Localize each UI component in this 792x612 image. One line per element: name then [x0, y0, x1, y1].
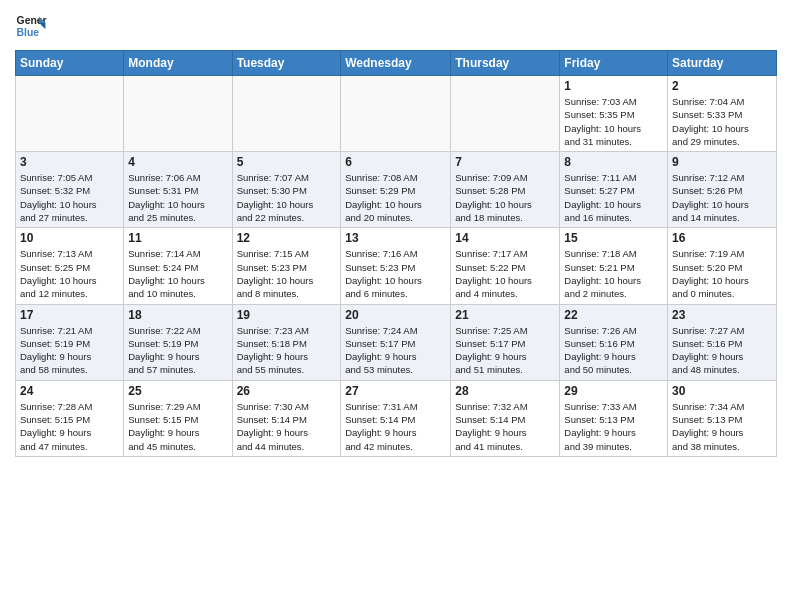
weekday-header-row: SundayMondayTuesdayWednesdayThursdayFrid…	[16, 51, 777, 76]
calendar-cell: 15Sunrise: 7:18 AM Sunset: 5:21 PM Dayli…	[560, 228, 668, 304]
calendar-cell: 24Sunrise: 7:28 AM Sunset: 5:15 PM Dayli…	[16, 380, 124, 456]
day-number: 13	[345, 231, 446, 245]
day-info: Sunrise: 7:21 AM Sunset: 5:19 PM Dayligh…	[20, 324, 119, 377]
day-number: 22	[564, 308, 663, 322]
day-info: Sunrise: 7:23 AM Sunset: 5:18 PM Dayligh…	[237, 324, 337, 377]
day-number: 8	[564, 155, 663, 169]
day-number: 21	[455, 308, 555, 322]
logo-icon: General Blue	[15, 10, 47, 42]
day-info: Sunrise: 7:07 AM Sunset: 5:30 PM Dayligh…	[237, 171, 337, 224]
day-info: Sunrise: 7:29 AM Sunset: 5:15 PM Dayligh…	[128, 400, 227, 453]
day-number: 24	[20, 384, 119, 398]
day-number: 16	[672, 231, 772, 245]
calendar-cell: 6Sunrise: 7:08 AM Sunset: 5:29 PM Daylig…	[341, 152, 451, 228]
page-container: General Blue SundayMondayTuesdayWednesda…	[0, 0, 792, 467]
week-row-4: 17Sunrise: 7:21 AM Sunset: 5:19 PM Dayli…	[16, 304, 777, 380]
calendar-cell	[16, 76, 124, 152]
day-info: Sunrise: 7:32 AM Sunset: 5:14 PM Dayligh…	[455, 400, 555, 453]
day-info: Sunrise: 7:16 AM Sunset: 5:23 PM Dayligh…	[345, 247, 446, 300]
day-info: Sunrise: 7:22 AM Sunset: 5:19 PM Dayligh…	[128, 324, 227, 377]
day-number: 2	[672, 79, 772, 93]
day-info: Sunrise: 7:13 AM Sunset: 5:25 PM Dayligh…	[20, 247, 119, 300]
calendar-cell: 12Sunrise: 7:15 AM Sunset: 5:23 PM Dayli…	[232, 228, 341, 304]
weekday-header-saturday: Saturday	[668, 51, 777, 76]
calendar-cell: 10Sunrise: 7:13 AM Sunset: 5:25 PM Dayli…	[16, 228, 124, 304]
calendar-cell: 23Sunrise: 7:27 AM Sunset: 5:16 PM Dayli…	[668, 304, 777, 380]
day-number: 10	[20, 231, 119, 245]
svg-text:Blue: Blue	[17, 27, 40, 38]
day-number: 3	[20, 155, 119, 169]
day-number: 7	[455, 155, 555, 169]
day-number: 19	[237, 308, 337, 322]
calendar-cell: 17Sunrise: 7:21 AM Sunset: 5:19 PM Dayli…	[16, 304, 124, 380]
calendar-cell: 13Sunrise: 7:16 AM Sunset: 5:23 PM Dayli…	[341, 228, 451, 304]
weekday-header-wednesday: Wednesday	[341, 51, 451, 76]
calendar-cell: 26Sunrise: 7:30 AM Sunset: 5:14 PM Dayli…	[232, 380, 341, 456]
calendar-cell: 4Sunrise: 7:06 AM Sunset: 5:31 PM Daylig…	[124, 152, 232, 228]
calendar-cell	[124, 76, 232, 152]
day-info: Sunrise: 7:12 AM Sunset: 5:26 PM Dayligh…	[672, 171, 772, 224]
day-info: Sunrise: 7:18 AM Sunset: 5:21 PM Dayligh…	[564, 247, 663, 300]
day-info: Sunrise: 7:19 AM Sunset: 5:20 PM Dayligh…	[672, 247, 772, 300]
day-info: Sunrise: 7:11 AM Sunset: 5:27 PM Dayligh…	[564, 171, 663, 224]
header: General Blue	[15, 10, 777, 42]
day-number: 14	[455, 231, 555, 245]
calendar-cell: 22Sunrise: 7:26 AM Sunset: 5:16 PM Dayli…	[560, 304, 668, 380]
day-info: Sunrise: 7:17 AM Sunset: 5:22 PM Dayligh…	[455, 247, 555, 300]
day-info: Sunrise: 7:09 AM Sunset: 5:28 PM Dayligh…	[455, 171, 555, 224]
day-number: 4	[128, 155, 227, 169]
weekday-header-friday: Friday	[560, 51, 668, 76]
calendar-cell: 27Sunrise: 7:31 AM Sunset: 5:14 PM Dayli…	[341, 380, 451, 456]
day-info: Sunrise: 7:25 AM Sunset: 5:17 PM Dayligh…	[455, 324, 555, 377]
calendar-cell: 2Sunrise: 7:04 AM Sunset: 5:33 PM Daylig…	[668, 76, 777, 152]
day-number: 9	[672, 155, 772, 169]
day-info: Sunrise: 7:14 AM Sunset: 5:24 PM Dayligh…	[128, 247, 227, 300]
calendar-cell	[232, 76, 341, 152]
calendar-cell: 9Sunrise: 7:12 AM Sunset: 5:26 PM Daylig…	[668, 152, 777, 228]
day-number: 17	[20, 308, 119, 322]
calendar-cell	[341, 76, 451, 152]
day-number: 23	[672, 308, 772, 322]
day-number: 30	[672, 384, 772, 398]
calendar-cell: 18Sunrise: 7:22 AM Sunset: 5:19 PM Dayli…	[124, 304, 232, 380]
day-info: Sunrise: 7:31 AM Sunset: 5:14 PM Dayligh…	[345, 400, 446, 453]
day-info: Sunrise: 7:03 AM Sunset: 5:35 PM Dayligh…	[564, 95, 663, 148]
day-info: Sunrise: 7:15 AM Sunset: 5:23 PM Dayligh…	[237, 247, 337, 300]
day-number: 15	[564, 231, 663, 245]
day-number: 27	[345, 384, 446, 398]
calendar-table: SundayMondayTuesdayWednesdayThursdayFrid…	[15, 50, 777, 457]
day-number: 29	[564, 384, 663, 398]
day-number: 1	[564, 79, 663, 93]
calendar-cell	[451, 76, 560, 152]
day-number: 6	[345, 155, 446, 169]
day-number: 12	[237, 231, 337, 245]
weekday-header-sunday: Sunday	[16, 51, 124, 76]
day-number: 11	[128, 231, 227, 245]
calendar-cell: 5Sunrise: 7:07 AM Sunset: 5:30 PM Daylig…	[232, 152, 341, 228]
day-info: Sunrise: 7:28 AM Sunset: 5:15 PM Dayligh…	[20, 400, 119, 453]
calendar-cell: 30Sunrise: 7:34 AM Sunset: 5:13 PM Dayli…	[668, 380, 777, 456]
day-number: 26	[237, 384, 337, 398]
day-info: Sunrise: 7:24 AM Sunset: 5:17 PM Dayligh…	[345, 324, 446, 377]
calendar-cell: 29Sunrise: 7:33 AM Sunset: 5:13 PM Dayli…	[560, 380, 668, 456]
day-info: Sunrise: 7:33 AM Sunset: 5:13 PM Dayligh…	[564, 400, 663, 453]
day-number: 28	[455, 384, 555, 398]
calendar-cell: 28Sunrise: 7:32 AM Sunset: 5:14 PM Dayli…	[451, 380, 560, 456]
day-info: Sunrise: 7:05 AM Sunset: 5:32 PM Dayligh…	[20, 171, 119, 224]
day-info: Sunrise: 7:26 AM Sunset: 5:16 PM Dayligh…	[564, 324, 663, 377]
week-row-2: 3Sunrise: 7:05 AM Sunset: 5:32 PM Daylig…	[16, 152, 777, 228]
week-row-5: 24Sunrise: 7:28 AM Sunset: 5:15 PM Dayli…	[16, 380, 777, 456]
calendar-cell: 1Sunrise: 7:03 AM Sunset: 5:35 PM Daylig…	[560, 76, 668, 152]
day-info: Sunrise: 7:27 AM Sunset: 5:16 PM Dayligh…	[672, 324, 772, 377]
day-number: 25	[128, 384, 227, 398]
calendar-cell: 11Sunrise: 7:14 AM Sunset: 5:24 PM Dayli…	[124, 228, 232, 304]
week-row-1: 1Sunrise: 7:03 AM Sunset: 5:35 PM Daylig…	[16, 76, 777, 152]
day-number: 5	[237, 155, 337, 169]
weekday-header-tuesday: Tuesday	[232, 51, 341, 76]
logo: General Blue	[15, 10, 47, 42]
calendar-cell: 8Sunrise: 7:11 AM Sunset: 5:27 PM Daylig…	[560, 152, 668, 228]
calendar-cell: 20Sunrise: 7:24 AM Sunset: 5:17 PM Dayli…	[341, 304, 451, 380]
day-info: Sunrise: 7:34 AM Sunset: 5:13 PM Dayligh…	[672, 400, 772, 453]
calendar-cell: 16Sunrise: 7:19 AM Sunset: 5:20 PM Dayli…	[668, 228, 777, 304]
day-info: Sunrise: 7:30 AM Sunset: 5:14 PM Dayligh…	[237, 400, 337, 453]
